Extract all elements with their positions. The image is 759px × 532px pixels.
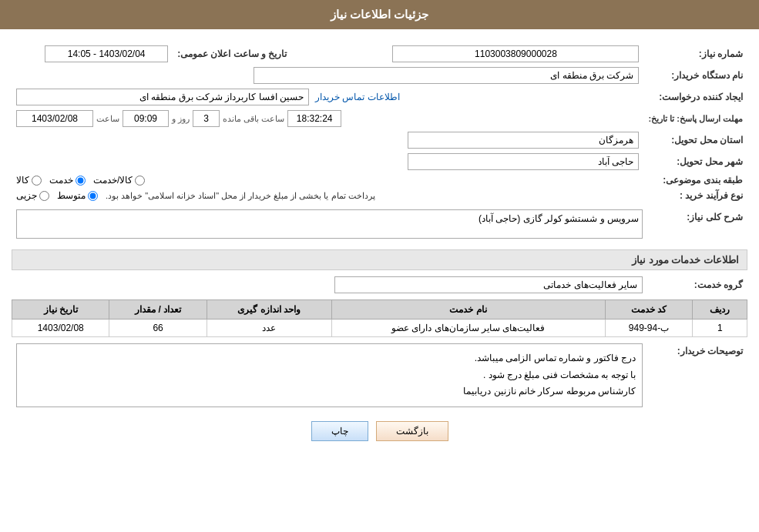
tarikh-ilan-label: تاریخ و ساعت اعلان عمومی: (173, 43, 317, 65)
tabaqe-khedmat-option[interactable]: خدمت (49, 175, 86, 186)
rooz-input[interactable] (193, 110, 220, 127)
goroh-label: گروه خدمت: (647, 274, 747, 296)
col-tarikh: تاریخ نیاز (12, 300, 109, 320)
mohlat-label: مهلت ارسال پاسخ: تا تاریخ: (643, 108, 747, 129)
description-line: کارشناس مربوطه سرکار خانم نازنین دریابیم… (23, 383, 636, 400)
description-box: درج فاکتور و شماره تماس الزامی میباشد.با… (16, 343, 643, 407)
tabaqe-kala-option[interactable]: کالا (16, 175, 42, 186)
noe-motavaset-option[interactable]: متوسط (57, 190, 98, 201)
page-title: جزئیات اطلاعات نیاز (331, 8, 428, 21)
col-nam: نام خدمت (331, 300, 605, 320)
time-input[interactable] (123, 110, 169, 127)
ostan-label: استان محل تحویل: (643, 129, 747, 151)
description-line: با توجه به مشخصات فنی مبلغ درج شود . (23, 367, 636, 384)
print-button[interactable]: چاپ (311, 421, 368, 441)
khadamat-table: ردیف کد خدمت نام خدمت واحد اندازه گیری ت… (12, 299, 747, 337)
ostan-input[interactable] (408, 132, 639, 149)
shomare-niaz-input[interactable] (392, 45, 639, 62)
purchase-note: پرداخت تمام یا بخشی از مبلغ خریدار از مح… (106, 191, 375, 201)
remaining-input[interactable] (287, 110, 341, 127)
khadamat-section-title: اطلاعات خدمات مورد نیاز (12, 249, 747, 270)
shahr-label: شهر محل تحویل: (643, 151, 747, 172)
rooz-label: روز و (172, 114, 190, 124)
description-line: درج فاکتور و شماره تماس الزامی میباشد. (23, 350, 636, 367)
shahr-input[interactable] (408, 153, 639, 170)
remaining-label: ساعت باقی مانده (223, 114, 284, 124)
col-vahed: واحد اندازه گیری (207, 300, 331, 320)
tarikh-ilan-input[interactable] (45, 45, 168, 62)
goroh-input[interactable] (334, 276, 643, 293)
nam-dastgah-label: نام دستگاه خریدار: (643, 65, 747, 86)
table-row: 1ب-94-949فعالیت‌های سایر سازمان‌های دارا… (12, 320, 747, 337)
tabaqe-label: طبقه بندی موضوعی: (643, 172, 747, 188)
ijad-konande-label: ایجاد کننده درخواست: (643, 86, 747, 108)
back-button[interactable]: بازگشت (376, 421, 448, 441)
tabaqe-kalakhedmat-option[interactable]: کالا/خدمت (93, 175, 145, 186)
time-label: ساعت (96, 114, 119, 124)
noefarayand-label: نوع فرآیند خرید : (643, 188, 747, 203)
ijad-konande-input[interactable] (16, 89, 309, 105)
date-input[interactable] (16, 110, 93, 127)
shomare-niaz-label: شماره نیاز: (643, 43, 747, 65)
col-radif: ردیف (693, 300, 747, 320)
page-header: جزئیات اطلاعات نیاز (0, 0, 759, 29)
noe-jozi-option[interactable]: جزیی (16, 190, 49, 201)
nam-dastgah-input[interactable] (254, 67, 639, 84)
sharh-koli-label: شرح کلی نیاز: (647, 207, 747, 243)
button-row: چاپ بازگشت (12, 421, 747, 441)
tamas-kharidaar-link[interactable]: اطلاعات تماس خریدار (315, 92, 400, 102)
sharh-koli-textarea[interactable] (16, 209, 643, 239)
col-tedad: تعداد / مقدار (109, 300, 207, 320)
col-kod: کد خدمت (605, 300, 693, 320)
description-label: توصیحات خریدار: (647, 341, 747, 410)
